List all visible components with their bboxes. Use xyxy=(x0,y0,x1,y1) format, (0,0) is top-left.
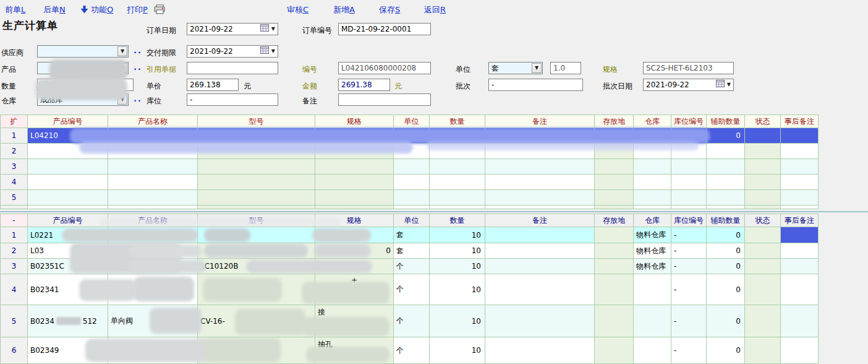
cell-loc[interactable] xyxy=(595,227,634,243)
return-button[interactable]: 返回R xyxy=(424,4,446,15)
cell-post[interactable] xyxy=(781,190,819,206)
cell-qty[interactable] xyxy=(430,206,485,209)
cell-post[interactable] xyxy=(781,144,819,159)
cell-loc[interactable] xyxy=(595,159,634,175)
cell-name[interactable] xyxy=(108,206,198,209)
cell-model[interactable] xyxy=(198,175,315,190)
cell-model[interactable]: LC10120B xyxy=(198,259,315,274)
corner-header-cell[interactable]: - xyxy=(0,214,28,227)
row-number[interactable]: 2 xyxy=(0,144,28,159)
cell-spec[interactable] xyxy=(315,159,394,175)
row-number[interactable]: 1 xyxy=(0,227,28,243)
spec-input[interactable]: SC2S-HET-6L2103 xyxy=(643,62,734,74)
cell-bin[interactable]: - xyxy=(671,227,707,243)
row-number[interactable]: 6 xyxy=(0,337,28,364)
cell-aux[interactable] xyxy=(707,206,745,209)
col-header-aux[interactable]: 辅助数量 xyxy=(707,115,745,128)
cell-spec[interactable] xyxy=(315,259,394,274)
cell-loc[interactable] xyxy=(595,337,634,364)
cell-loc[interactable] xyxy=(595,190,634,206)
cell-spec[interactable] xyxy=(315,128,394,144)
cell-unit[interactable] xyxy=(394,206,430,209)
order-no-input[interactable]: MD-21-09-22-0001 xyxy=(338,23,431,35)
col-header-wh[interactable]: 仓库 xyxy=(634,214,671,227)
cell-qty[interactable]: 10 xyxy=(430,243,485,259)
cell-spec[interactable] xyxy=(315,206,394,209)
cell-code[interactable]: B02351C xyxy=(28,259,108,274)
cell-loc[interactable] xyxy=(595,206,634,209)
cell-bin[interactable]: - xyxy=(671,305,707,337)
cell-bin[interactable] xyxy=(671,159,707,175)
cell-spec[interactable]: 0 xyxy=(315,243,394,259)
col-header-spec[interactable]: 规格 xyxy=(315,214,394,227)
cell-status[interactable] xyxy=(745,274,781,305)
row-number[interactable]: 3 xyxy=(0,159,28,175)
cell-bin[interactable]: - xyxy=(671,243,707,259)
cell-code[interactable] xyxy=(28,175,108,190)
cell-model[interactable] xyxy=(198,243,315,259)
ref-doc-input[interactable] xyxy=(187,62,278,74)
cell-name[interactable] xyxy=(108,337,198,364)
cell-aux[interactable]: 0 xyxy=(707,259,745,274)
cell-bin[interactable]: - xyxy=(671,259,707,274)
cell-code[interactable]: B02341 xyxy=(28,274,108,305)
col-header-loc[interactable]: 存放地 xyxy=(595,214,634,227)
cell-qty[interactable]: 10 xyxy=(430,128,485,144)
cell-remark[interactable] xyxy=(485,159,595,175)
save-button[interactable]: 保存S xyxy=(379,4,400,15)
cell-status[interactable] xyxy=(745,243,781,259)
prev-doc-button[interactable]: 前单L xyxy=(5,4,25,15)
cell-unit[interactable] xyxy=(394,128,430,144)
cell-wh[interactable] xyxy=(634,144,671,159)
cell-unit[interactable]: 套 xyxy=(394,227,430,243)
cell-spec[interactable]: + xyxy=(315,274,394,305)
cell-unit[interactable]: 个 xyxy=(394,259,430,274)
qty-input[interactable]: 10 xyxy=(37,79,82,91)
cell-remark[interactable] xyxy=(485,227,595,243)
amount-input[interactable]: 2691.38 xyxy=(338,79,390,91)
cell-wh[interactable] xyxy=(634,190,671,206)
batch-date-field[interactable]: 2021-09-22 ▼ xyxy=(643,79,734,91)
cell-qty[interactable]: 10 xyxy=(430,305,485,337)
order-date-field[interactable]: 2021-09-22 ▼ xyxy=(187,23,278,35)
cell-model[interactable] xyxy=(198,190,315,206)
cell-unit[interactable]: 个 xyxy=(394,305,430,337)
cell-aux[interactable]: 0 xyxy=(707,243,745,259)
col-header-post[interactable]: 事后备注 xyxy=(781,115,819,128)
cell-aux[interactable]: 0 xyxy=(707,305,745,337)
row-number[interactable]: 4 xyxy=(0,274,28,305)
cell-post[interactable] xyxy=(781,159,819,175)
dropdown-arrow-icon[interactable]: ▼ xyxy=(727,79,731,90)
col-header-status[interactable]: 状态 xyxy=(745,214,781,227)
unit-factor-input[interactable]: 1.0 xyxy=(550,62,581,74)
col-header-spec[interactable]: 规格 xyxy=(315,115,394,128)
cell-remark[interactable] xyxy=(485,243,595,259)
cell-remark[interactable] xyxy=(485,337,595,364)
cell-code[interactable] xyxy=(28,144,108,159)
col-header-wh[interactable]: 仓库 xyxy=(634,115,671,128)
functions-menu-button[interactable]: 功能O xyxy=(91,4,113,15)
cell-model[interactable] xyxy=(198,206,315,209)
cell-remark[interactable] xyxy=(485,305,595,337)
deadline-date-field[interactable]: 2021-09-22 ▼ xyxy=(187,45,278,58)
cell-qty[interactable]: 10 xyxy=(430,274,485,305)
cell-status[interactable] xyxy=(745,159,781,175)
cell-remark[interactable] xyxy=(485,128,595,144)
calendar-icon[interactable] xyxy=(716,79,725,90)
cell-model[interactable] xyxy=(198,144,315,159)
cell-qty[interactable] xyxy=(430,190,485,206)
cell-aux[interactable] xyxy=(707,159,745,175)
cell-model[interactable]: CV-16- xyxy=(198,305,315,337)
col-header-name[interactable]: 产品名称 xyxy=(108,115,198,128)
cell-name[interactable]: 单向阀 xyxy=(108,305,198,337)
cell-qty[interactable] xyxy=(430,175,485,190)
cell-remark[interactable] xyxy=(485,144,595,159)
cell-qty[interactable]: 10 xyxy=(430,259,485,274)
cell-qty[interactable]: 10 xyxy=(430,337,485,364)
add-new-button[interactable]: 新增A xyxy=(333,4,355,15)
col-header-post[interactable]: 事后备注 xyxy=(781,214,819,227)
cell-post[interactable] xyxy=(781,206,819,209)
cell-spec[interactable] xyxy=(315,190,394,206)
cell-name[interactable] xyxy=(108,159,198,175)
cell-status[interactable] xyxy=(745,190,781,206)
